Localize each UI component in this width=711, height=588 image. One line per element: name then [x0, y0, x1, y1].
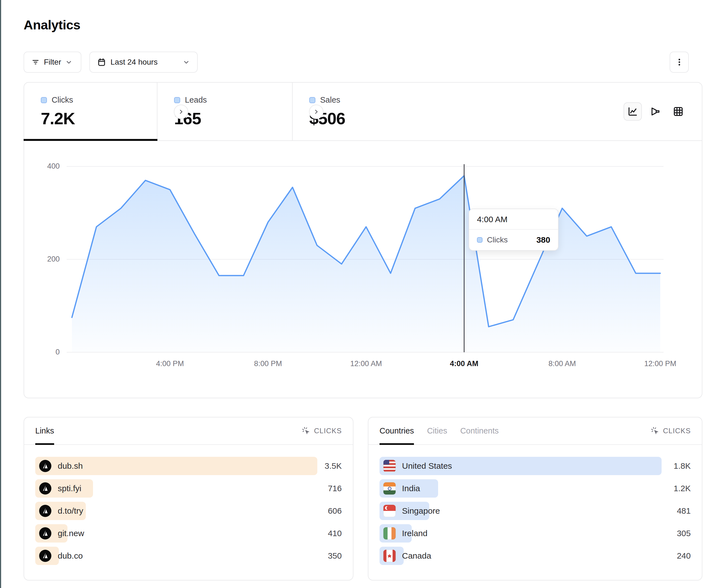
analytics-page: Analytics Filter Last 24 hours	[0, 0, 711, 588]
row-value: 240	[677, 547, 691, 565]
x-axis-tick: 8:00 PM	[254, 359, 282, 368]
links-metric[interactable]: CLICKS	[302, 417, 342, 444]
dub-logo-icon	[39, 460, 51, 472]
geo-panel-header: Countries Cities Continents CLICKS	[368, 417, 702, 445]
kebab-menu-icon	[675, 58, 684, 67]
dub-logo-icon	[39, 482, 51, 495]
active-tab-underline	[24, 139, 157, 141]
more-options-button[interactable]	[670, 51, 689, 73]
chart-plot-area[interactable]	[67, 161, 664, 353]
x-axis-tick: 4:00 PM	[156, 359, 184, 368]
tab-cities[interactable]: Cities	[427, 417, 447, 444]
geo-row-Ireland[interactable]: Ireland305	[368, 524, 702, 543]
funnel-chart-icon	[650, 106, 661, 117]
row-label: United States	[402, 461, 452, 471]
links-row-git.new[interactable]: git.new410	[24, 524, 353, 543]
dub-logo-icon	[39, 505, 51, 517]
row-value: 716	[328, 479, 342, 498]
links-row-d.to/try[interactable]: d.to/try606	[24, 502, 353, 520]
row-label: spti.fyi	[58, 484, 81, 493]
sales-legend-icon	[309, 97, 316, 103]
row-value: 1.8K	[673, 457, 691, 475]
row-value: 410	[328, 524, 342, 543]
tooltip-value: 380	[536, 235, 550, 245]
leads-legend-icon	[174, 97, 180, 103]
flag-ie-icon	[383, 527, 395, 540]
filter-button-label: Filter	[44, 58, 61, 67]
x-axis-tick: 12:00 AM	[350, 359, 382, 368]
flag-us-icon	[383, 460, 395, 472]
cursor-click-icon	[651, 427, 660, 435]
chart-tooltip: 4:00 AM Clicks 380	[469, 208, 559, 251]
chevron-down-icon	[183, 59, 190, 66]
row-value: 3.5K	[325, 457, 342, 475]
row-label: d.to/try	[58, 506, 83, 516]
y-axis-tick: 400	[32, 162, 60, 171]
date-range-button[interactable]: Last 24 hours	[89, 51, 198, 73]
geo-row-Singapore[interactable]: Singapore481	[368, 502, 702, 520]
chevron-down-icon	[65, 59, 72, 66]
leads-label: Leads	[185, 95, 207, 105]
geo-row-United States[interactable]: United States1.8K	[368, 457, 702, 475]
tab-continents[interactable]: Continents	[460, 417, 499, 444]
dub-logo-icon	[39, 527, 51, 540]
left-edge-strip	[0, 0, 1, 588]
row-label: Singapore	[402, 506, 440, 516]
row-value: 1.2K	[673, 479, 691, 498]
geo-row-India[interactable]: India1.2K	[368, 479, 702, 498]
stat-next-button[interactable]	[174, 105, 188, 119]
chart-view-toggles	[624, 103, 687, 121]
tab-countries[interactable]: Countries	[380, 417, 414, 444]
leads-value: 165	[174, 109, 292, 128]
row-label: git.new	[58, 529, 84, 538]
row-value: 350	[328, 547, 342, 565]
table-view-button[interactable]	[669, 103, 687, 121]
links-row-spti.fyi[interactable]: spti.fyi716	[24, 479, 353, 498]
geo-metric-label: CLICKS	[663, 427, 691, 435]
clicks-value: 7.2K	[41, 109, 157, 128]
row-label: dub.co	[58, 551, 83, 561]
flag-in-icon	[383, 482, 395, 495]
dub-logo-icon	[39, 550, 51, 562]
y-axis-tick: 200	[32, 255, 60, 264]
geo-metric[interactable]: CLICKS	[651, 417, 691, 444]
links-panel: Links CLICKS dub.sh3.5K spti.fyi716 d.to…	[24, 417, 353, 581]
page-title: Analytics	[24, 17, 80, 32]
y-axis-tick: 0	[32, 348, 60, 356]
links-row-dub.co[interactable]: dub.co350	[24, 547, 353, 565]
funnel-view-button[interactable]	[646, 103, 665, 121]
chevron-right-icon	[178, 109, 184, 115]
filter-button[interactable]: Filter	[24, 51, 81, 73]
links-panel-header: Links CLICKS	[24, 417, 353, 445]
x-axis-tick: 4:00 AM	[450, 359, 479, 368]
clicks-label: Clicks	[52, 95, 73, 105]
flag-ca-icon	[383, 550, 395, 562]
stat-next-button[interactable]	[309, 105, 323, 119]
clicks-legend-icon	[41, 97, 47, 103]
tab-links[interactable]: Links	[35, 417, 54, 444]
geo-row-Canada[interactable]: Canada240	[368, 547, 702, 565]
links-row-dub.sh[interactable]: dub.sh3.5K	[24, 457, 353, 475]
grid-table-icon	[673, 106, 684, 117]
calendar-icon	[97, 58, 106, 67]
tab-clicks[interactable]: Clicks 7.2K	[24, 83, 157, 140]
sales-label: Sales	[320, 95, 340, 105]
line-chart-view-button[interactable]	[624, 103, 642, 121]
geo-panel: Countries Cities Continents CLICKS Unite…	[368, 417, 703, 581]
row-value: 305	[677, 524, 691, 543]
row-label: Ireland	[402, 529, 428, 538]
chevron-right-icon	[313, 109, 319, 115]
x-axis-tick: 12:00 PM	[644, 359, 676, 368]
flag-sg-icon	[383, 505, 395, 517]
links-metric-label: CLICKS	[314, 427, 342, 435]
row-label: Canada	[402, 551, 431, 561]
row-value: 481	[677, 502, 691, 520]
tooltip-time: 4:00 AM	[469, 209, 558, 230]
tooltip-legend-icon	[477, 237, 482, 243]
line-chart-icon	[627, 106, 638, 117]
filter-icon	[31, 58, 40, 66]
tooltip-series-label: Clicks	[487, 235, 532, 244]
date-range-label: Last 24 hours	[110, 58, 158, 67]
cursor-click-icon	[302, 427, 311, 435]
stats-tab-row: Clicks 7.2K Leads 165 Sales $506	[24, 83, 702, 141]
